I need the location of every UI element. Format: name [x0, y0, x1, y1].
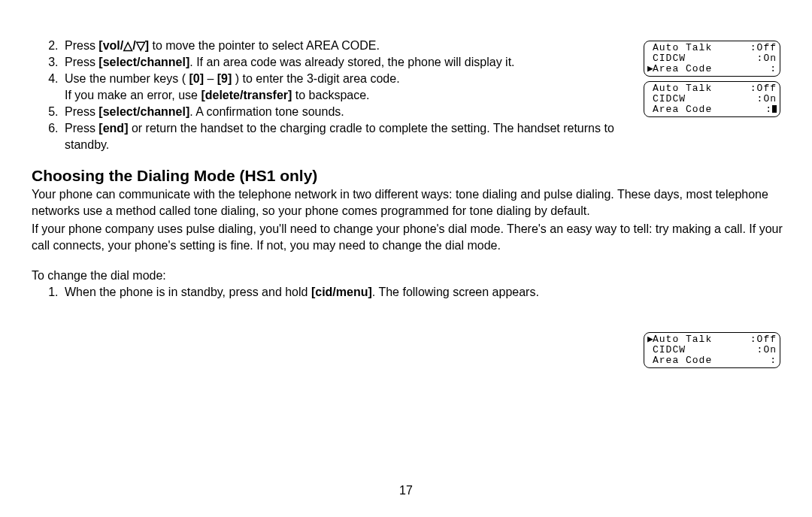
body-paragraph: Your phone can communicate with the tele… — [32, 186, 783, 219]
step-text: . The following screen appears. — [372, 286, 539, 298]
step-text: . If an area code was already stored, th… — [189, 56, 514, 68]
section-heading: Choosing the Dialing Mode (HS1 only) — [32, 167, 641, 185]
step-text: to move the pointer to select AREA CODE. — [149, 39, 380, 52]
step-text: Use the number keys ( — [65, 72, 189, 85]
bold-key: [9] — [217, 72, 232, 85]
lcd-row: Area Code: — [647, 104, 777, 115]
step-text: Press — [65, 105, 98, 118]
step-item: Press [end] or return the handset to the… — [62, 120, 641, 153]
body-paragraph: If your phone company uses pulse dialing… — [32, 221, 783, 254]
bold-key: [select/channel] — [98, 105, 189, 118]
step-text: . A confirmation tone sounds. — [189, 105, 344, 118]
lcd-row: ▶Area Code: — [647, 64, 777, 74]
lcd-text: Auto Talk — [653, 334, 712, 345]
step-item: Press [vol/△/▽] to move the pointer to s… — [62, 38, 641, 54]
lcd-value: : — [765, 104, 777, 115]
cursor-icon — [772, 105, 777, 113]
step-item: Use the number keys ( [0] – [9] ) to ent… — [62, 71, 641, 104]
lcd-screen-1: Auto Talk:Off CIDCW:On ▶Area Code: — [644, 41, 780, 77]
lcd-text: CIDCW — [653, 344, 686, 355]
pointer-icon: ▶ — [647, 64, 653, 74]
steps-list-bottom: When the phone is in standby, press and … — [32, 284, 641, 301]
bold-key: [cid/menu] — [311, 286, 372, 298]
step-text: ) to enter the 3-digit area code. — [232, 72, 399, 85]
lcd-text: Auto Talk — [653, 42, 712, 53]
step-item: Press [select/channel]. If an area code … — [62, 54, 641, 71]
lcd-row: Area Code: — [647, 355, 777, 366]
lcd-value: :Off — [750, 43, 777, 53]
pointer-icon — [647, 94, 653, 104]
pointer-icon: ▶ — [647, 334, 653, 345]
lcd-text: Area Code — [653, 355, 712, 366]
lcd-text: CIDCW — [653, 93, 686, 104]
lcd-row: CIDCW:On — [647, 345, 777, 355]
lcd-screen-3: ▶Auto Talk:Off CIDCW:On Area Code: — [644, 332, 780, 368]
step-text: Press — [65, 39, 98, 52]
bold-key: [0] — [189, 72, 204, 85]
lcd-text: Area Code — [653, 104, 712, 115]
step-text: or return the handset to the charging cr… — [65, 122, 614, 151]
chevron-down-icon: ▽ — [136, 39, 145, 52]
pointer-icon — [647, 345, 653, 355]
step-item: When the phone is in standby, press and … — [62, 284, 641, 301]
lcd-value: :On — [757, 94, 777, 104]
lcd-text: Area Code — [653, 63, 712, 74]
pointer-icon — [647, 83, 653, 94]
lcd-value: :On — [757, 345, 777, 355]
lcd-screens-top: Auto Talk:Off CIDCW:On ▶Area Code: Auto … — [644, 41, 780, 122]
lcd-screen-2: Auto Talk:Off CIDCW:On Area Code: — [644, 81, 780, 117]
steps-list-top: Press [vol/△/▽] to move the pointer to s… — [32, 38, 641, 153]
body-paragraph: To change the dial mode: — [32, 268, 641, 284]
page-number: 17 — [0, 484, 812, 497]
bold-key: [vol/△/▽] — [98, 39, 149, 52]
bold-key: [delete/transfer] — [201, 89, 292, 101]
pointer-icon — [647, 355, 653, 366]
lcd-value: :On — [757, 53, 777, 64]
step-text: If you make an error, use — [65, 89, 201, 101]
pointer-icon — [647, 53, 653, 64]
lcd-text: CIDCW — [653, 53, 686, 64]
lcd-row: Auto Talk:Off — [647, 43, 777, 53]
lcd-row: Auto Talk:Off — [647, 83, 777, 94]
lcd-value: :Off — [750, 83, 777, 94]
step-text: to backspace. — [292, 89, 369, 101]
lcd-value: : — [770, 64, 777, 74]
pointer-icon — [647, 104, 653, 115]
bell-up-icon: △ — [123, 39, 132, 52]
step-text: Press — [65, 122, 98, 135]
pointer-icon — [647, 43, 653, 53]
lcd-value: :Off — [750, 334, 777, 345]
step-text: Press — [65, 56, 98, 68]
lcd-screens-bottom: ▶Auto Talk:Off CIDCW:On Area Code: — [644, 332, 780, 373]
step-text: When the phone is in standby, press and … — [65, 286, 311, 298]
lcd-value: : — [770, 355, 777, 366]
lcd-row: CIDCW:On — [647, 94, 777, 104]
step-text: – — [204, 72, 217, 85]
lcd-row: ▶Auto Talk:Off — [647, 334, 777, 345]
main-content: Press [vol/△/▽] to move the pointer to s… — [32, 38, 641, 307]
step-item: Press [select/channel]. A confirmation t… — [62, 104, 641, 120]
lcd-row: CIDCW:On — [647, 53, 777, 64]
lcd-text: Auto Talk — [653, 83, 712, 94]
bold-key: [select/channel] — [98, 56, 189, 68]
bold-key: [end] — [98, 122, 128, 135]
page: Auto Talk:Off CIDCW:On ▶Area Code: Auto … — [0, 0, 812, 517]
